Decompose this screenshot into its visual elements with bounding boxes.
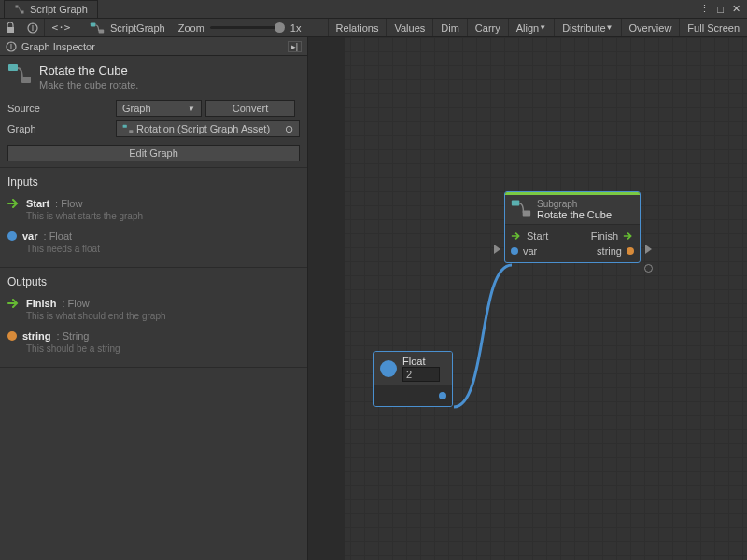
- graph-icon: [14, 4, 25, 15]
- script-graph-icon: [122, 124, 134, 133]
- input-type: : Float: [44, 231, 73, 242]
- values-button[interactable]: Values: [386, 19, 432, 36]
- string-out-port[interactable]: [642, 262, 654, 273]
- inspector-header-label: Graph Inspector: [21, 41, 95, 52]
- code-icon: <·>: [52, 21, 71, 34]
- output-name: Finish: [26, 298, 56, 309]
- output-desc: This should be a string: [26, 343, 300, 354]
- breadcrumb[interactable]: ScriptGraph: [78, 19, 171, 36]
- float-type-icon: [380, 360, 397, 377]
- node-title: Float: [402, 356, 440, 367]
- connection-wire: [450, 261, 515, 411]
- port-label: var: [523, 245, 537, 257]
- zoom-slider[interactable]: [210, 26, 285, 29]
- svg-rect-0: [16, 6, 19, 8]
- input-item: Start : Flow This is what starts the gra…: [7, 194, 300, 227]
- lock-icon: [6, 22, 15, 34]
- node-title: Rotate the Cube: [537, 209, 612, 220]
- output-type: : Flow: [62, 298, 89, 309]
- object-picker-icon[interactable]: ⊙: [285, 123, 293, 135]
- string-port-icon[interactable]: [627, 247, 634, 255]
- graph-canvas[interactable]: Float Subgraph Rotate the Cube: [308, 37, 747, 560]
- toolbar: i <·> ScriptGraph Zoom 1x Relations Valu…: [0, 19, 747, 37]
- flow-arrow-icon: [623, 231, 634, 241]
- close-icon[interactable]: ✕: [729, 3, 743, 15]
- triangle-icon: [494, 245, 500, 254]
- graph-subtitle: Make the cube rotate.: [39, 79, 138, 91]
- output-item: string : String This should be a string: [7, 327, 300, 359]
- distribute-dropdown[interactable]: Distribute ▼: [554, 19, 620, 36]
- port-label: Finish: [591, 231, 618, 242]
- slider-handle[interactable]: [275, 22, 285, 33]
- convert-button[interactable]: Convert: [205, 100, 295, 117]
- output-port[interactable]: [439, 392, 446, 399]
- port-label: string: [597, 245, 622, 257]
- triangle-icon: [645, 245, 652, 254]
- code-button[interactable]: <·>: [45, 19, 78, 36]
- collapse-button[interactable]: ▸|: [288, 41, 302, 52]
- input-item: var : Float This needs a float: [7, 227, 300, 259]
- info-icon: i: [6, 41, 17, 52]
- svg-rect-1: [21, 11, 24, 14]
- float-value-input[interactable]: [402, 367, 440, 382]
- info-icon: i: [27, 22, 38, 34]
- input-desc: This needs a float: [26, 244, 300, 254]
- align-dropdown[interactable]: Align ▼: [508, 19, 554, 36]
- info-button[interactable]: i: [21, 19, 45, 36]
- flow-arrow-icon: [511, 231, 522, 241]
- graph-title-section: Rotate the Cube Make the cube rotate.: [0, 56, 307, 94]
- tab-title: Script Graph: [30, 4, 88, 15]
- breadcrumb-label: ScriptGraph: [110, 22, 165, 34]
- relations-button[interactable]: Relations: [328, 19, 387, 36]
- fullscreen-button[interactable]: Full Screen: [679, 19, 747, 36]
- flow-in-port[interactable]: [491, 244, 502, 255]
- source-dropdown[interactable]: Graph ▼: [116, 100, 202, 117]
- string-port-icon: [7, 331, 17, 341]
- svg-rect-13: [512, 201, 519, 206]
- flow-out-port[interactable]: [642, 244, 654, 255]
- svg-rect-5: [91, 22, 96, 26]
- float-port-icon: [7, 231, 17, 241]
- flow-arrow-icon: [7, 299, 21, 308]
- float-node[interactable]: Float: [374, 351, 453, 407]
- maximize-icon[interactable]: □: [713, 3, 727, 15]
- source-label: Source: [7, 103, 112, 114]
- edit-graph-button[interactable]: Edit Graph: [7, 145, 300, 161]
- zoom-control: Zoom 1x: [171, 22, 309, 34]
- flow-arrow-icon: [7, 199, 21, 208]
- subgraph-node[interactable]: Subgraph Rotate the Cube Start Finish: [504, 191, 641, 263]
- carry-button[interactable]: Carry: [467, 19, 508, 36]
- dim-button[interactable]: Dim: [432, 19, 467, 36]
- script-graph-icon: [7, 63, 32, 84]
- svg-rect-11: [123, 125, 127, 128]
- svg-text:i: i: [32, 22, 34, 33]
- graph-asset-field[interactable]: Rotation (Script Graph Asset) ⊙: [116, 120, 300, 137]
- output-name: string: [22, 330, 51, 342]
- svg-rect-6: [99, 29, 105, 33]
- outputs-section: Outputs Finish : Flow This is what shoul…: [0, 268, 307, 368]
- script-graph-icon: [511, 199, 531, 217]
- window-tab[interactable]: Script Graph: [4, 0, 98, 18]
- node-category: Subgraph: [537, 199, 612, 209]
- inputs-section: Inputs Start : Flow This is what starts …: [0, 168, 307, 268]
- script-graph-icon: [90, 21, 105, 35]
- zoom-label: Zoom: [178, 22, 204, 34]
- chevron-down-icon: ▼: [606, 23, 613, 32]
- zoom-value: 1x: [290, 22, 302, 34]
- svg-rect-9: [8, 64, 18, 71]
- canvas-gutter: [308, 37, 345, 560]
- graph-label: Graph: [7, 123, 112, 134]
- inspector-header: i Graph Inspector ▸|: [0, 37, 307, 56]
- properties: Source Graph ▼ Convert Graph Rotation (S…: [0, 94, 307, 168]
- input-desc: This is what starts the graph: [26, 211, 300, 221]
- lock-button[interactable]: [0, 19, 21, 36]
- inspector-panel: i Graph Inspector ▸| Rotate the Cube Mak…: [0, 37, 308, 560]
- svg-text:i: i: [10, 41, 12, 51]
- graph-title: Rotate the Cube: [39, 63, 138, 77]
- overview-button[interactable]: Overview: [621, 19, 680, 36]
- menu-icon[interactable]: ⋮: [698, 3, 712, 15]
- output-desc: This is what should end the graph: [26, 311, 300, 321]
- input-name: var: [22, 231, 38, 242]
- svg-rect-2: [7, 27, 14, 33]
- float-port-icon[interactable]: [511, 247, 518, 255]
